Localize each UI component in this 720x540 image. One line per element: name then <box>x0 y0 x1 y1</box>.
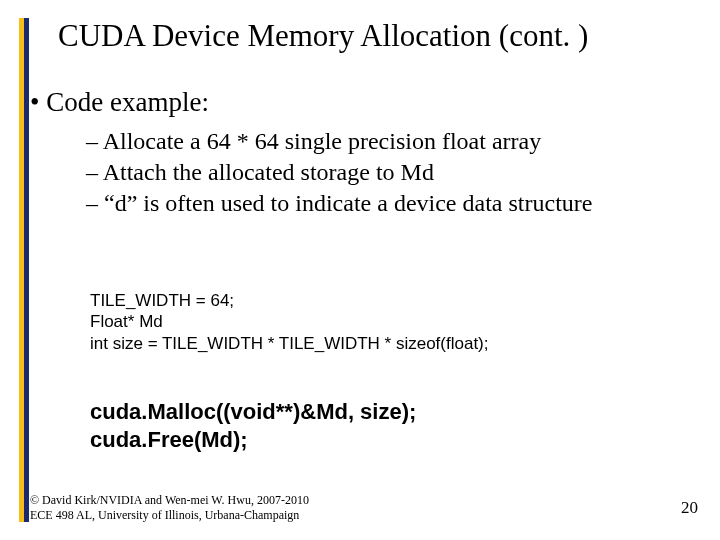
code-line: cuda.Free(Md); <box>90 426 416 454</box>
copyright-footer: © David Kirk/NVIDIA and Wen-mei W. Hwu, … <box>30 493 309 522</box>
code-line: Float* Md <box>90 311 489 332</box>
sub-bullet: Allocate a 64 * 64 single precision floa… <box>86 126 700 157</box>
code-line: cuda.Malloc((void**)&Md, size); <box>90 398 416 426</box>
sub-bullet-text: Attach the allocated storage to Md <box>103 159 434 185</box>
footer-line: ECE 498 AL, University of Illinois, Urba… <box>30 508 309 522</box>
code-line: int size = TILE_WIDTH * TILE_WIDTH * siz… <box>90 333 489 354</box>
sub-bullet-text: Allocate a 64 * 64 single precision floa… <box>103 128 542 154</box>
slide: CUDA Device Memory Allocation (cont. ) C… <box>0 0 720 540</box>
accent-navy <box>24 18 29 522</box>
code-line: TILE_WIDTH = 64; <box>90 290 489 311</box>
sub-bullet: Attach the allocated storage to Md <box>86 157 700 188</box>
bullet-main: Code example: <box>30 86 700 120</box>
page-number: 20 <box>681 498 698 518</box>
slide-body: Code example: Allocate a 64 * 64 single … <box>30 86 700 219</box>
sub-bullet-text: “d” is often used to indicate a device d… <box>104 190 592 216</box>
sub-bullet: “d” is often used to indicate a device d… <box>86 188 700 219</box>
sub-bullet-list: Allocate a 64 * 64 single precision floa… <box>86 126 700 220</box>
footer-line: © David Kirk/NVIDIA and Wen-mei W. Hwu, … <box>30 493 309 507</box>
slide-title: CUDA Device Memory Allocation (cont. ) <box>58 18 700 54</box>
bullet-main-text: Code example: <box>46 87 209 117</box>
code-snippet-bold: cuda.Malloc((void**)&Md, size); cuda.Fre… <box>90 398 416 453</box>
code-snippet-small: TILE_WIDTH = 64; Float* Md int size = TI… <box>90 290 489 354</box>
accent-bar <box>19 18 29 522</box>
